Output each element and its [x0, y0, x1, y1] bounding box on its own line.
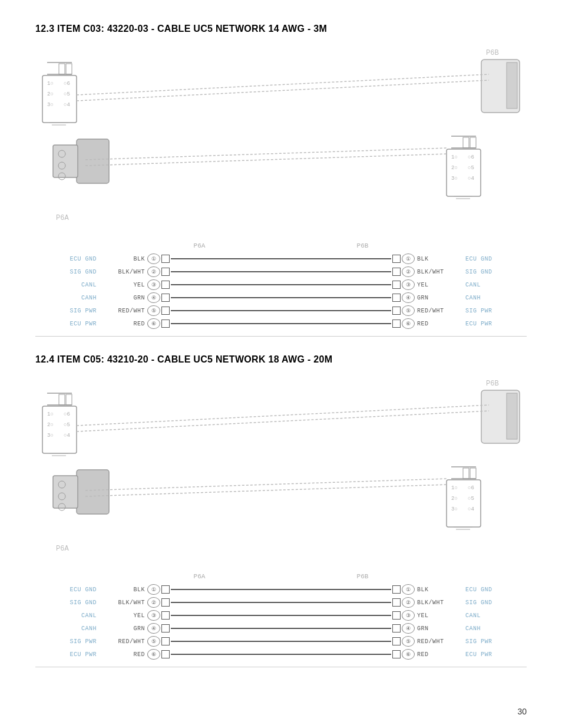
svg-text:P6B: P6B — [486, 49, 499, 57]
svg-text:2○: 2○ — [47, 91, 54, 97]
svg-text:3○: 3○ — [47, 102, 54, 108]
wire-row-1: ECU GND BLK ① ① BLK ECU GND — [59, 252, 503, 265]
section-12-4-title: 12.4 ITEM C05: 43210-20 - CABLE UC5 NETW… — [35, 354, 527, 365]
svg-rect-19 — [53, 145, 78, 177]
wiring-table-12-3: ECU GND BLK ① ① BLK ECU GND SIG GND BLK/… — [35, 252, 527, 330]
wire-row-4: CANH GRN ④ ④ GRN CANH — [59, 291, 503, 304]
wiring-table-12-4: ECU GND BLK ① ① BLK ECU GND SIG GND BLK/… — [35, 583, 527, 661]
svg-text:○4: ○4 — [468, 506, 474, 512]
svg-rect-0 — [59, 64, 65, 74]
svg-text:P6B: P6B — [486, 380, 499, 388]
svg-rect-63 — [463, 468, 469, 479]
wire-row-2-6: ECU PWR RED ⑥ ⑥ RED ECU PWR — [59, 648, 503, 661]
wire-row-3: CANL YEL ③ ③ YEL CANL — [59, 278, 503, 291]
svg-text:1○: 1○ — [451, 485, 458, 491]
svg-rect-54 — [507, 393, 517, 439]
svg-text:○5: ○5 — [468, 496, 474, 502]
diagram-12-4: 1○ ○6 2○ ○5 3○ ○4 P6B P6A — [35, 375, 527, 564]
p6a-header-1: P6A — [194, 242, 206, 249]
p6b-header-2: P6B — [357, 573, 369, 580]
svg-rect-57 — [77, 470, 109, 514]
diagram-12-3: 1○ ○6 2○ ○5 3○ ○4 P6B — [35, 45, 527, 233]
wire-row-2-5: SIG PWR RED/WHT ⑤ ⑤ RED/WHT SIG PWR — [59, 635, 503, 648]
svg-rect-1 — [66, 64, 72, 74]
svg-text:○6: ○6 — [468, 154, 474, 160]
svg-text:○4: ○4 — [64, 102, 70, 108]
svg-line-16 — [77, 74, 489, 95]
section-divider — [35, 336, 527, 337]
svg-text:○6: ○6 — [468, 485, 474, 491]
svg-text:○6: ○6 — [64, 81, 70, 87]
page-number: 30 — [517, 707, 527, 716]
wire-row-2-2: SIG GND BLK/WHT ② ② BLK/WHT SIG GND — [59, 596, 503, 609]
svg-line-77 — [85, 485, 448, 496]
svg-rect-15 — [507, 62, 517, 108]
wire-row-2: SIG GND BLK/WHT ② ② BLK/WHT SIG GND — [59, 265, 503, 278]
p6b-header-1: P6B — [357, 242, 369, 249]
svg-line-37 — [85, 148, 448, 160]
svg-line-55 — [77, 405, 489, 426]
section-12-3-title: 12.3 ITEM C03: 43220-03 - CABLE UC5 NETW… — [35, 24, 527, 34]
wire-row-2-1: ECU GND BLK ① ① BLK ECU GND — [59, 583, 503, 596]
svg-rect-24 — [463, 137, 469, 148]
svg-text:3○: 3○ — [451, 506, 458, 512]
svg-text:P6A: P6A — [56, 214, 69, 222]
svg-text:1○: 1○ — [451, 154, 458, 160]
svg-text:1○: 1○ — [47, 81, 54, 87]
wire-row-5: SIG PWR RED/WHT ⑤ ⑤ RED/WHT SIG PWR — [59, 304, 503, 317]
wire-row-2-4: CANH GRN ④ ④ GRN CANH — [59, 622, 503, 635]
svg-text:2○: 2○ — [451, 496, 458, 502]
svg-line-76 — [85, 479, 448, 490]
bottom-divider — [35, 667, 527, 667]
svg-text:○5: ○5 — [64, 91, 70, 97]
svg-rect-40 — [66, 394, 72, 405]
p6a-header-2: P6A — [194, 573, 206, 580]
svg-text:○4: ○4 — [468, 176, 474, 182]
svg-text:3○: 3○ — [47, 433, 54, 439]
wire-row-6: ECU PWR RED ⑥ ⑥ RED ECU PWR — [59, 317, 503, 330]
svg-rect-18 — [77, 139, 109, 183]
svg-text:○5: ○5 — [64, 422, 70, 428]
svg-line-38 — [85, 154, 448, 166]
svg-text:○6: ○6 — [64, 411, 70, 417]
svg-line-17 — [77, 80, 489, 101]
svg-text:○5: ○5 — [468, 165, 474, 171]
svg-text:3○: 3○ — [451, 176, 458, 182]
svg-text:2○: 2○ — [451, 165, 458, 171]
svg-rect-39 — [59, 394, 65, 405]
svg-text:P6A: P6A — [56, 545, 69, 553]
svg-text:1○: 1○ — [47, 411, 54, 417]
svg-line-56 — [77, 411, 489, 431]
svg-rect-64 — [470, 468, 476, 479]
svg-text:○4: ○4 — [64, 433, 70, 439]
wire-row-2-3: CANL YEL ③ ③ YEL CANL — [59, 609, 503, 622]
svg-rect-58 — [53, 476, 78, 508]
svg-text:2○: 2○ — [47, 422, 54, 428]
svg-rect-25 — [470, 137, 476, 148]
